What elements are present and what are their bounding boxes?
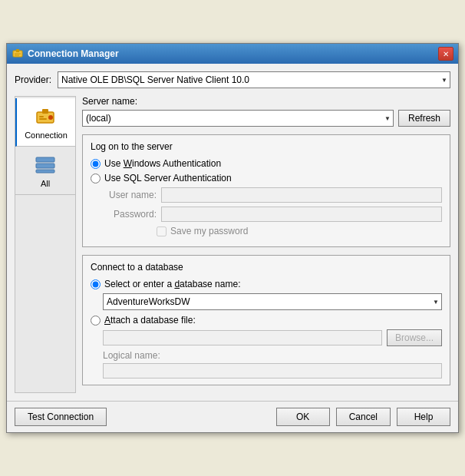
provider-select[interactable]: Native OLE DB\SQL Server Native Client 1… bbox=[58, 71, 450, 88]
db-select[interactable]: AdventureWorksDW bbox=[103, 293, 442, 310]
title-text: Connection Manager bbox=[28, 48, 119, 59]
attach-db-radio[interactable] bbox=[91, 316, 101, 326]
provider-select-wrapper: Native OLE DB\SQL Server Native Client 1… bbox=[58, 71, 450, 88]
save-password-checkbox[interactable] bbox=[157, 226, 167, 236]
server-section: Server name: (local) Refresh bbox=[82, 96, 450, 127]
password-row: Password: bbox=[103, 207, 442, 222]
svg-rect-6 bbox=[39, 116, 44, 117]
db-select-wrapper: AdventureWorksDW bbox=[103, 293, 442, 310]
attach-input-row: Browse... bbox=[103, 329, 442, 346]
title-bar: Connection Manager ✕ bbox=[7, 44, 458, 64]
sidebar-connection-label: Connection bbox=[25, 131, 68, 140]
title-bar-left: Connection Manager bbox=[12, 48, 119, 60]
logical-name-input[interactable] bbox=[103, 363, 442, 378]
svg-rect-10 bbox=[36, 164, 54, 168]
windows-auth-row[interactable]: Use Windows Authentication bbox=[91, 158, 442, 169]
db-select-section: AdventureWorksDW bbox=[103, 293, 442, 310]
connection-icon bbox=[34, 104, 58, 129]
sidebar-all-label: All bbox=[41, 179, 50, 188]
cancel-button[interactable]: Cancel bbox=[336, 408, 391, 426]
close-button[interactable]: ✕ bbox=[438, 47, 453, 61]
password-label: Password: bbox=[103, 209, 157, 220]
save-password-label: Save my password bbox=[170, 226, 248, 236]
footer-left: Test Connection bbox=[15, 408, 107, 426]
dialog-body: Provider: Native OLE DB\SQL Server Nativ… bbox=[7, 64, 458, 401]
svg-rect-11 bbox=[36, 170, 54, 173]
test-connection-button[interactable]: Test Connection bbox=[15, 408, 107, 426]
help-button[interactable]: Help bbox=[397, 408, 450, 426]
select-db-label[interactable]: Select or enter a database name: bbox=[104, 279, 240, 289]
server-name-label: Server name: bbox=[82, 96, 450, 107]
sql-auth-label[interactable]: Use SQL Server Authentication bbox=[104, 173, 232, 183]
server-select[interactable]: (local) bbox=[82, 110, 394, 127]
svg-rect-7 bbox=[39, 118, 47, 120]
sidebar: Connection All bbox=[15, 96, 76, 393]
server-select-wrapper: (local) bbox=[82, 110, 394, 127]
footer-right: OK Cancel Help bbox=[276, 408, 450, 426]
svg-rect-5 bbox=[42, 109, 48, 114]
select-db-radio[interactable] bbox=[91, 279, 101, 289]
password-input[interactable] bbox=[161, 207, 442, 222]
dialog-icon bbox=[12, 48, 24, 60]
svg-point-8 bbox=[48, 115, 53, 120]
sidebar-item-connection[interactable]: Connection bbox=[15, 98, 75, 147]
windows-auth-radio[interactable] bbox=[91, 159, 101, 169]
database-group: Connect to a database Select or enter a … bbox=[82, 255, 450, 385]
server-row: (local) Refresh bbox=[82, 110, 450, 127]
attach-db-row[interactable]: Attach a database file: bbox=[91, 315, 442, 326]
ok-button[interactable]: OK bbox=[276, 408, 330, 426]
windows-auth-label[interactable]: Use Windows Authentication bbox=[104, 158, 221, 169]
svg-rect-9 bbox=[36, 157, 54, 162]
browse-button[interactable]: Browse... bbox=[387, 329, 442, 346]
logical-name-label: Logical name: bbox=[103, 350, 442, 361]
provider-row: Provider: Native OLE DB\SQL Server Nativ… bbox=[15, 71, 450, 88]
connection-manager-dialog: Connection Manager ✕ Provider: Native OL… bbox=[6, 43, 459, 433]
main-panel: Server name: (local) Refresh Log on to t… bbox=[82, 96, 450, 393]
logical-name-section: Logical name: bbox=[103, 350, 442, 378]
all-icon bbox=[33, 153, 58, 177]
sql-auth-row[interactable]: Use SQL Server Authentication bbox=[91, 173, 442, 183]
sidebar-item-all[interactable]: All bbox=[15, 147, 75, 195]
sql-auth-radio[interactable] bbox=[91, 174, 101, 183]
username-row: User name: bbox=[103, 187, 442, 203]
database-title: Connect to a database bbox=[91, 262, 442, 273]
save-password-row: Save my password bbox=[157, 226, 442, 236]
refresh-button[interactable]: Refresh bbox=[398, 110, 450, 127]
logon-title: Log on to the server bbox=[91, 141, 442, 152]
provider-label: Provider: bbox=[15, 74, 51, 85]
attach-file-input[interactable] bbox=[103, 330, 382, 345]
content-area: Connection All Serve bbox=[15, 96, 450, 393]
attach-db-label[interactable]: Attach a database file: bbox=[104, 315, 196, 326]
svg-rect-1 bbox=[16, 49, 19, 52]
logon-group: Log on to the server Use Windows Authent… bbox=[82, 134, 450, 247]
username-label: User name: bbox=[103, 190, 157, 200]
footer: Test Connection OK Cancel Help bbox=[7, 401, 458, 432]
title-controls: ✕ bbox=[438, 47, 453, 61]
select-db-row[interactable]: Select or enter a database name: bbox=[91, 279, 442, 289]
username-input[interactable] bbox=[161, 187, 442, 203]
